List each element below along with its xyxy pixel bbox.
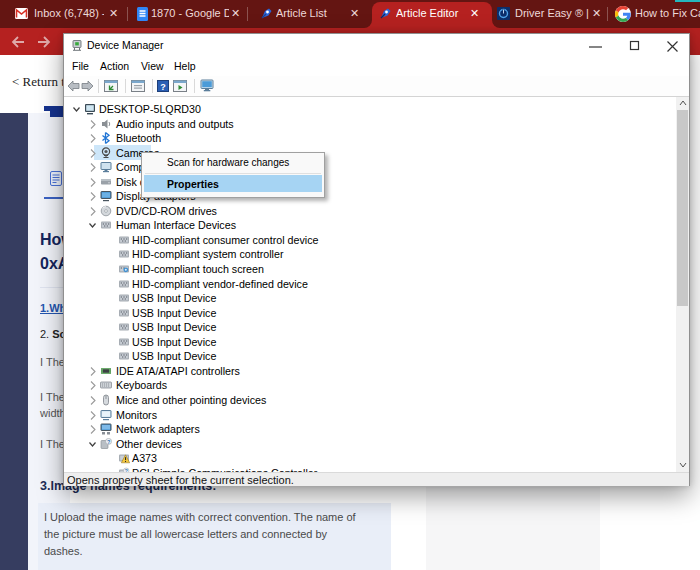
svg-text:?: ? bbox=[160, 82, 166, 92]
